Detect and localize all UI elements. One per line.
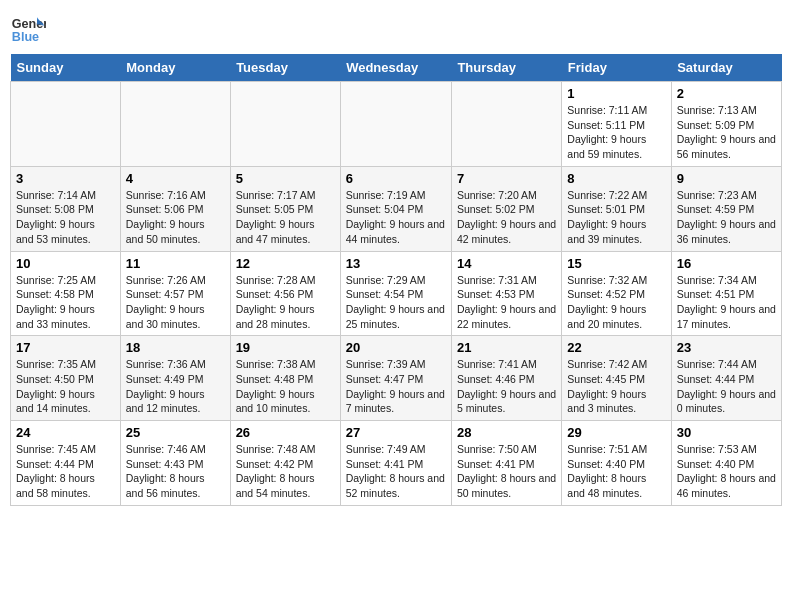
day-info: Sunrise: 7:20 AMSunset: 5:02 PMDaylight:…	[457, 188, 556, 247]
calendar-cell: 18Sunrise: 7:36 AMSunset: 4:49 PMDayligh…	[120, 336, 230, 421]
day-info: Sunrise: 7:13 AMSunset: 5:09 PMDaylight:…	[677, 103, 776, 162]
calendar-cell: 8Sunrise: 7:22 AMSunset: 5:01 PMDaylight…	[562, 166, 671, 251]
calendar-cell: 26Sunrise: 7:48 AMSunset: 4:42 PMDayligh…	[230, 421, 340, 506]
col-header-thursday: Thursday	[451, 54, 561, 82]
day-number: 27	[346, 425, 446, 440]
day-info: Sunrise: 7:25 AMSunset: 4:58 PMDaylight:…	[16, 273, 115, 332]
day-info: Sunrise: 7:23 AMSunset: 4:59 PMDaylight:…	[677, 188, 776, 247]
day-info: Sunrise: 7:41 AMSunset: 4:46 PMDaylight:…	[457, 357, 556, 416]
col-header-saturday: Saturday	[671, 54, 781, 82]
day-number: 10	[16, 256, 115, 271]
calendar-cell: 27Sunrise: 7:49 AMSunset: 4:41 PMDayligh…	[340, 421, 451, 506]
day-info: Sunrise: 7:53 AMSunset: 4:40 PMDaylight:…	[677, 442, 776, 501]
day-info: Sunrise: 7:46 AMSunset: 4:43 PMDaylight:…	[126, 442, 225, 501]
calendar-cell: 22Sunrise: 7:42 AMSunset: 4:45 PMDayligh…	[562, 336, 671, 421]
calendar-cell: 2Sunrise: 7:13 AMSunset: 5:09 PMDaylight…	[671, 82, 781, 167]
day-number: 21	[457, 340, 556, 355]
day-number: 18	[126, 340, 225, 355]
day-number: 3	[16, 171, 115, 186]
day-number: 20	[346, 340, 446, 355]
day-info: Sunrise: 7:14 AMSunset: 5:08 PMDaylight:…	[16, 188, 115, 247]
calendar-cell	[451, 82, 561, 167]
calendar-cell: 3Sunrise: 7:14 AMSunset: 5:08 PMDaylight…	[11, 166, 121, 251]
day-number: 30	[677, 425, 776, 440]
day-info: Sunrise: 7:34 AMSunset: 4:51 PMDaylight:…	[677, 273, 776, 332]
day-number: 4	[126, 171, 225, 186]
calendar-cell	[340, 82, 451, 167]
calendar-cell: 23Sunrise: 7:44 AMSunset: 4:44 PMDayligh…	[671, 336, 781, 421]
day-number: 9	[677, 171, 776, 186]
calendar-cell: 11Sunrise: 7:26 AMSunset: 4:57 PMDayligh…	[120, 251, 230, 336]
day-info: Sunrise: 7:49 AMSunset: 4:41 PMDaylight:…	[346, 442, 446, 501]
day-number: 24	[16, 425, 115, 440]
day-number: 7	[457, 171, 556, 186]
day-info: Sunrise: 7:38 AMSunset: 4:48 PMDaylight:…	[236, 357, 335, 416]
day-info: Sunrise: 7:22 AMSunset: 5:01 PMDaylight:…	[567, 188, 665, 247]
day-number: 26	[236, 425, 335, 440]
col-header-monday: Monday	[120, 54, 230, 82]
logo-icon: General Blue	[10, 10, 46, 46]
day-number: 2	[677, 86, 776, 101]
day-info: Sunrise: 7:11 AMSunset: 5:11 PMDaylight:…	[567, 103, 665, 162]
day-info: Sunrise: 7:35 AMSunset: 4:50 PMDaylight:…	[16, 357, 115, 416]
day-number: 12	[236, 256, 335, 271]
day-info: Sunrise: 7:19 AMSunset: 5:04 PMDaylight:…	[346, 188, 446, 247]
calendar-cell: 13Sunrise: 7:29 AMSunset: 4:54 PMDayligh…	[340, 251, 451, 336]
day-info: Sunrise: 7:17 AMSunset: 5:05 PMDaylight:…	[236, 188, 335, 247]
calendar-cell: 9Sunrise: 7:23 AMSunset: 4:59 PMDaylight…	[671, 166, 781, 251]
day-number: 15	[567, 256, 665, 271]
calendar-cell	[120, 82, 230, 167]
logo: General Blue	[10, 10, 50, 46]
calendar-cell: 30Sunrise: 7:53 AMSunset: 4:40 PMDayligh…	[671, 421, 781, 506]
day-number: 14	[457, 256, 556, 271]
calendar-cell: 15Sunrise: 7:32 AMSunset: 4:52 PMDayligh…	[562, 251, 671, 336]
calendar-cell: 24Sunrise: 7:45 AMSunset: 4:44 PMDayligh…	[11, 421, 121, 506]
day-info: Sunrise: 7:39 AMSunset: 4:47 PMDaylight:…	[346, 357, 446, 416]
day-number: 17	[16, 340, 115, 355]
calendar-cell: 21Sunrise: 7:41 AMSunset: 4:46 PMDayligh…	[451, 336, 561, 421]
day-number: 1	[567, 86, 665, 101]
day-info: Sunrise: 7:42 AMSunset: 4:45 PMDaylight:…	[567, 357, 665, 416]
day-info: Sunrise: 7:45 AMSunset: 4:44 PMDaylight:…	[16, 442, 115, 501]
day-info: Sunrise: 7:32 AMSunset: 4:52 PMDaylight:…	[567, 273, 665, 332]
day-info: Sunrise: 7:28 AMSunset: 4:56 PMDaylight:…	[236, 273, 335, 332]
day-info: Sunrise: 7:16 AMSunset: 5:06 PMDaylight:…	[126, 188, 225, 247]
day-info: Sunrise: 7:31 AMSunset: 4:53 PMDaylight:…	[457, 273, 556, 332]
day-number: 5	[236, 171, 335, 186]
day-info: Sunrise: 7:50 AMSunset: 4:41 PMDaylight:…	[457, 442, 556, 501]
calendar-cell: 12Sunrise: 7:28 AMSunset: 4:56 PMDayligh…	[230, 251, 340, 336]
day-number: 25	[126, 425, 225, 440]
calendar-cell	[11, 82, 121, 167]
day-info: Sunrise: 7:48 AMSunset: 4:42 PMDaylight:…	[236, 442, 335, 501]
calendar-cell: 28Sunrise: 7:50 AMSunset: 4:41 PMDayligh…	[451, 421, 561, 506]
day-number: 22	[567, 340, 665, 355]
day-number: 23	[677, 340, 776, 355]
day-number: 6	[346, 171, 446, 186]
calendar-cell: 29Sunrise: 7:51 AMSunset: 4:40 PMDayligh…	[562, 421, 671, 506]
col-header-wednesday: Wednesday	[340, 54, 451, 82]
calendar-cell: 16Sunrise: 7:34 AMSunset: 4:51 PMDayligh…	[671, 251, 781, 336]
day-info: Sunrise: 7:44 AMSunset: 4:44 PMDaylight:…	[677, 357, 776, 416]
day-number: 13	[346, 256, 446, 271]
day-number: 28	[457, 425, 556, 440]
calendar-cell: 4Sunrise: 7:16 AMSunset: 5:06 PMDaylight…	[120, 166, 230, 251]
day-number: 19	[236, 340, 335, 355]
calendar-cell: 25Sunrise: 7:46 AMSunset: 4:43 PMDayligh…	[120, 421, 230, 506]
day-info: Sunrise: 7:26 AMSunset: 4:57 PMDaylight:…	[126, 273, 225, 332]
calendar-cell: 6Sunrise: 7:19 AMSunset: 5:04 PMDaylight…	[340, 166, 451, 251]
calendar-cell: 1Sunrise: 7:11 AMSunset: 5:11 PMDaylight…	[562, 82, 671, 167]
calendar-cell: 17Sunrise: 7:35 AMSunset: 4:50 PMDayligh…	[11, 336, 121, 421]
col-header-friday: Friday	[562, 54, 671, 82]
calendar-table: SundayMondayTuesdayWednesdayThursdayFrid…	[10, 54, 782, 506]
calendar-cell: 14Sunrise: 7:31 AMSunset: 4:53 PMDayligh…	[451, 251, 561, 336]
calendar-cell: 10Sunrise: 7:25 AMSunset: 4:58 PMDayligh…	[11, 251, 121, 336]
calendar-cell: 20Sunrise: 7:39 AMSunset: 4:47 PMDayligh…	[340, 336, 451, 421]
col-header-tuesday: Tuesday	[230, 54, 340, 82]
day-info: Sunrise: 7:29 AMSunset: 4:54 PMDaylight:…	[346, 273, 446, 332]
day-number: 29	[567, 425, 665, 440]
day-number: 16	[677, 256, 776, 271]
day-number: 11	[126, 256, 225, 271]
calendar-cell: 19Sunrise: 7:38 AMSunset: 4:48 PMDayligh…	[230, 336, 340, 421]
calendar-cell	[230, 82, 340, 167]
svg-text:Blue: Blue	[12, 30, 39, 44]
